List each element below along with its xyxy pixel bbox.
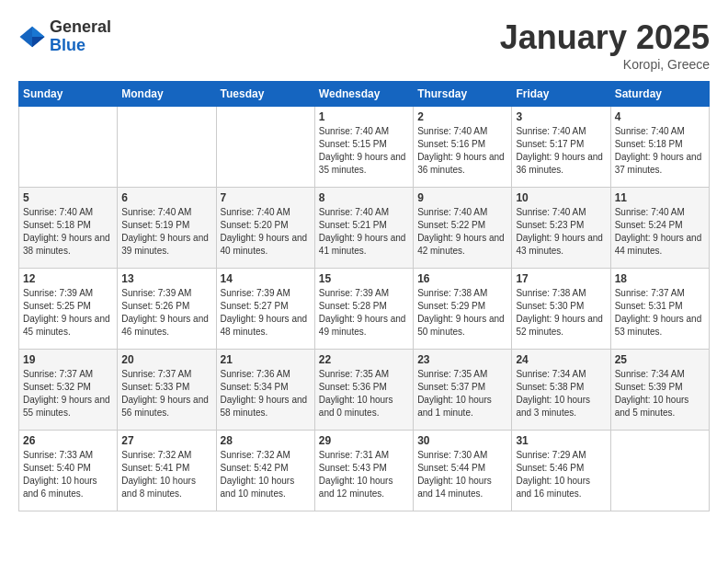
calendar-cell: 14Sunrise: 7:39 AM Sunset: 5:27 PM Dayli…	[216, 269, 314, 350]
day-content: Sunrise: 7:40 AM Sunset: 5:15 PM Dayligh…	[319, 125, 409, 177]
day-number: 8	[319, 191, 409, 204]
calendar-cell: 4Sunrise: 7:40 AM Sunset: 5:18 PM Daylig…	[610, 107, 709, 188]
calendar-cell: 1Sunrise: 7:40 AM Sunset: 5:15 PM Daylig…	[314, 107, 413, 188]
day-content: Sunrise: 7:39 AM Sunset: 5:27 PM Dayligh…	[221, 287, 311, 339]
calendar-cell: 12Sunrise: 7:39 AM Sunset: 5:25 PM Dayli…	[19, 269, 118, 350]
day-content: Sunrise: 7:40 AM Sunset: 5:22 PM Dayligh…	[417, 206, 507, 258]
calendar-week-3: 12Sunrise: 7:39 AM Sunset: 5:25 PM Dayli…	[19, 269, 710, 350]
logo: General Blue	[18, 18, 111, 55]
month-title: January 2025	[500, 18, 710, 57]
logo-general: General Blue	[50, 18, 111, 55]
day-number: 26	[23, 434, 113, 447]
day-content: Sunrise: 7:38 AM Sunset: 5:29 PM Dayligh…	[417, 287, 507, 339]
day-number: 6	[121, 191, 211, 204]
day-content: Sunrise: 7:31 AM Sunset: 5:43 PM Dayligh…	[319, 449, 409, 500]
day-content: Sunrise: 7:40 AM Sunset: 5:24 PM Dayligh…	[615, 206, 705, 258]
calendar-week-4: 19Sunrise: 7:37 AM Sunset: 5:32 PM Dayli…	[19, 350, 710, 431]
day-content: Sunrise: 7:39 AM Sunset: 5:25 PM Dayligh…	[23, 287, 113, 339]
day-content: Sunrise: 7:33 AM Sunset: 5:40 PM Dayligh…	[23, 449, 113, 500]
day-number: 27	[121, 434, 211, 447]
day-content: Sunrise: 7:34 AM Sunset: 5:39 PM Dayligh…	[615, 368, 705, 419]
day-number: 12	[23, 272, 113, 285]
calendar-cell: 5Sunrise: 7:40 AM Sunset: 5:18 PM Daylig…	[19, 188, 118, 269]
day-content: Sunrise: 7:37 AM Sunset: 5:31 PM Dayligh…	[615, 287, 705, 339]
day-number: 29	[319, 434, 409, 447]
calendar-cell: 18Sunrise: 7:37 AM Sunset: 5:31 PM Dayli…	[610, 269, 709, 350]
calendar-cell: 17Sunrise: 7:38 AM Sunset: 5:30 PM Dayli…	[512, 269, 610, 350]
day-content: Sunrise: 7:30 AM Sunset: 5:44 PM Dayligh…	[417, 449, 507, 500]
calendar-cell: 13Sunrise: 7:39 AM Sunset: 5:26 PM Dayli…	[118, 269, 216, 350]
calendar-cell: 15Sunrise: 7:39 AM Sunset: 5:28 PM Dayli…	[314, 269, 413, 350]
calendar-cell: 8Sunrise: 7:40 AM Sunset: 5:21 PM Daylig…	[314, 188, 413, 269]
page-header: General Blue January 2025 Koropi, Greece	[18, 18, 710, 72]
day-content: Sunrise: 7:34 AM Sunset: 5:38 PM Dayligh…	[516, 368, 606, 419]
day-number: 11	[615, 191, 705, 204]
calendar-cell: 11Sunrise: 7:40 AM Sunset: 5:24 PM Dayli…	[610, 188, 709, 269]
calendar-week-5: 26Sunrise: 7:33 AM Sunset: 5:40 PM Dayli…	[19, 431, 710, 511]
calendar-cell: 24Sunrise: 7:34 AM Sunset: 5:38 PM Dayli…	[512, 350, 610, 431]
calendar-week-1: 1Sunrise: 7:40 AM Sunset: 5:15 PM Daylig…	[19, 107, 710, 188]
calendar-cell: 31Sunrise: 7:29 AM Sunset: 5:46 PM Dayli…	[512, 431, 610, 511]
day-content: Sunrise: 7:29 AM Sunset: 5:46 PM Dayligh…	[516, 449, 606, 500]
day-content: Sunrise: 7:40 AM Sunset: 5:17 PM Dayligh…	[516, 125, 606, 177]
svg-marker-2	[32, 37, 45, 47]
calendar-cell: 19Sunrise: 7:37 AM Sunset: 5:32 PM Dayli…	[19, 350, 118, 431]
day-content: Sunrise: 7:32 AM Sunset: 5:42 PM Dayligh…	[221, 449, 311, 500]
calendar-cell	[19, 107, 118, 188]
day-number: 24	[516, 353, 606, 366]
day-number: 4	[615, 110, 705, 123]
day-content: Sunrise: 7:40 AM Sunset: 5:18 PM Dayligh…	[23, 206, 113, 258]
header-saturday: Saturday	[610, 82, 709, 107]
day-content: Sunrise: 7:40 AM Sunset: 5:19 PM Dayligh…	[121, 206, 211, 258]
logo-icon	[18, 23, 46, 51]
header-tuesday: Tuesday	[216, 82, 314, 107]
day-number: 1	[319, 110, 409, 123]
calendar-week-2: 5Sunrise: 7:40 AM Sunset: 5:18 PM Daylig…	[19, 188, 710, 269]
day-content: Sunrise: 7:37 AM Sunset: 5:33 PM Dayligh…	[121, 368, 211, 419]
day-number: 23	[417, 353, 507, 366]
day-content: Sunrise: 7:40 AM Sunset: 5:20 PM Dayligh…	[221, 206, 311, 258]
calendar-cell: 21Sunrise: 7:36 AM Sunset: 5:34 PM Dayli…	[216, 350, 314, 431]
calendar-cell: 9Sunrise: 7:40 AM Sunset: 5:22 PM Daylig…	[414, 188, 512, 269]
calendar-cell: 30Sunrise: 7:30 AM Sunset: 5:44 PM Dayli…	[414, 431, 512, 511]
day-content: Sunrise: 7:39 AM Sunset: 5:26 PM Dayligh…	[121, 287, 211, 339]
calendar-cell: 23Sunrise: 7:35 AM Sunset: 5:37 PM Dayli…	[414, 350, 512, 431]
day-number: 7	[221, 191, 311, 204]
day-number: 13	[121, 272, 211, 285]
day-number: 2	[417, 110, 507, 123]
day-number: 18	[615, 272, 705, 285]
day-number: 17	[516, 272, 606, 285]
day-content: Sunrise: 7:38 AM Sunset: 5:30 PM Dayligh…	[516, 287, 606, 339]
calendar-cell: 26Sunrise: 7:33 AM Sunset: 5:40 PM Dayli…	[19, 431, 118, 511]
svg-marker-1	[32, 27, 45, 37]
day-number: 31	[516, 434, 606, 447]
day-content: Sunrise: 7:36 AM Sunset: 5:34 PM Dayligh…	[221, 368, 311, 419]
day-number: 22	[319, 353, 409, 366]
day-number: 15	[319, 272, 409, 285]
day-number: 30	[417, 434, 507, 447]
header-monday: Monday	[118, 82, 216, 107]
location: Koropi, Greece	[500, 57, 710, 72]
day-number: 10	[516, 191, 606, 204]
day-number: 14	[221, 272, 311, 285]
calendar-cell	[610, 431, 709, 511]
header-sunday: Sunday	[19, 82, 118, 107]
calendar-cell: 6Sunrise: 7:40 AM Sunset: 5:19 PM Daylig…	[118, 188, 216, 269]
day-number: 9	[417, 191, 507, 204]
calendar-cell: 16Sunrise: 7:38 AM Sunset: 5:29 PM Dayli…	[414, 269, 512, 350]
day-content: Sunrise: 7:40 AM Sunset: 5:18 PM Dayligh…	[615, 125, 705, 177]
calendar-cell: 22Sunrise: 7:35 AM Sunset: 5:36 PM Dayli…	[314, 350, 413, 431]
header-wednesday: Wednesday	[314, 82, 413, 107]
header-thursday: Thursday	[414, 82, 512, 107]
day-number: 21	[221, 353, 311, 366]
day-content: Sunrise: 7:35 AM Sunset: 5:37 PM Dayligh…	[417, 368, 507, 419]
calendar-cell: 7Sunrise: 7:40 AM Sunset: 5:20 PM Daylig…	[216, 188, 314, 269]
calendar-cell: 27Sunrise: 7:32 AM Sunset: 5:41 PM Dayli…	[118, 431, 216, 511]
day-number: 19	[23, 353, 113, 366]
calendar-cell: 25Sunrise: 7:34 AM Sunset: 5:39 PM Dayli…	[610, 350, 709, 431]
calendar-cell: 29Sunrise: 7:31 AM Sunset: 5:43 PM Dayli…	[314, 431, 413, 511]
day-content: Sunrise: 7:40 AM Sunset: 5:21 PM Dayligh…	[319, 206, 409, 258]
calendar-cell: 28Sunrise: 7:32 AM Sunset: 5:42 PM Dayli…	[216, 431, 314, 511]
day-number: 20	[121, 353, 211, 366]
day-content: Sunrise: 7:39 AM Sunset: 5:28 PM Dayligh…	[319, 287, 409, 339]
